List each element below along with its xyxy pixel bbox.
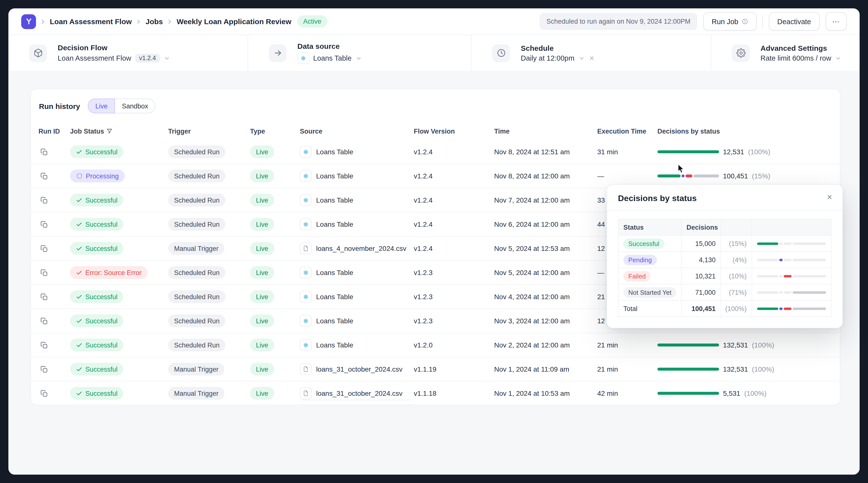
trigger-cell: Scheduled Run xyxy=(168,339,250,351)
flow-version-cell: v1.2.4 xyxy=(414,245,494,252)
decisions-percent: (100%) xyxy=(744,389,766,397)
popup-decisions-value: 15,000 xyxy=(681,235,720,251)
chevron-down-icon[interactable] xyxy=(579,55,585,61)
decisions-bar[interactable] xyxy=(657,150,719,153)
copy-run-id-icon[interactable] xyxy=(38,293,70,300)
file-icon xyxy=(303,246,309,251)
popup-bar-cell xyxy=(752,301,831,316)
table-row[interactable]: SuccessfulScheduled RunLive❄Loans Tablev… xyxy=(31,333,840,357)
column-header-job-status[interactable]: Job Status xyxy=(70,127,168,135)
card-title: Decision Flow xyxy=(58,43,170,52)
popup-decisions-bar xyxy=(757,291,826,293)
job-status-badge: Successful xyxy=(70,290,124,303)
clock-icon xyxy=(492,44,510,62)
type-cell: Live xyxy=(250,242,300,255)
trigger-cell: Scheduled Run xyxy=(168,218,250,231)
decisions-bar[interactable] xyxy=(657,174,719,178)
popup-status-badge: Failed xyxy=(623,271,651,281)
table-row[interactable]: SuccessfulScheduled RunLive❄Loans Tablev… xyxy=(31,140,840,164)
breadcrumb-flow[interactable]: Loan Assessment Flow xyxy=(50,17,132,26)
source-name: Loans Table xyxy=(316,341,353,349)
schedule-card[interactable]: Schedule Daily at 12:00pm xyxy=(471,35,711,71)
top-bar: Loan Assessment Flow Jobs Weekly Loan Ap… xyxy=(8,8,860,35)
copy-run-id-icon[interactable] xyxy=(38,148,70,156)
close-icon[interactable]: ✕ xyxy=(827,193,833,201)
column-header-time[interactable]: Time xyxy=(494,127,597,135)
decision-flow-card[interactable]: Decision Flow Loan Assessment Flow v1.2.… xyxy=(8,35,248,71)
decisions-bar[interactable] xyxy=(657,368,719,371)
type-badge: Live xyxy=(250,290,274,303)
table-row[interactable]: SuccessfulManual TriggerLiveloans_31_oct… xyxy=(31,381,840,405)
more-actions-button[interactable]: ⋯ xyxy=(825,12,847,31)
flow-version-cell: v1.2.4 xyxy=(414,220,494,228)
execution-time-cell: — xyxy=(597,172,657,180)
copy-run-id-icon[interactable] xyxy=(38,341,70,349)
chevron-down-icon[interactable] xyxy=(355,55,362,61)
source-name: Loans Table xyxy=(316,268,353,277)
snowflake-icon: ❄ xyxy=(300,146,312,158)
active-status-badge: Active xyxy=(297,15,327,28)
job-status-cell: Successful xyxy=(70,218,168,231)
chevron-down-icon[interactable] xyxy=(835,55,842,61)
job-status-label: Successful xyxy=(85,245,118,252)
run-history-title: Run history xyxy=(39,102,80,110)
remove-schedule-icon[interactable] xyxy=(589,55,595,61)
table-row[interactable]: SuccessfulManual TriggerLiveloans_31_oct… xyxy=(31,357,840,381)
column-header-flow-version[interactable]: Flow Version xyxy=(414,127,494,135)
column-header-trigger[interactable]: Trigger xyxy=(168,127,250,135)
decisions-percent: (100%) xyxy=(752,365,774,373)
type-cell: Live xyxy=(250,339,300,351)
type-badge: Live xyxy=(250,363,274,376)
popup-status-badge: Successful xyxy=(623,238,664,249)
decisions-value: 12,531 xyxy=(723,148,744,156)
filter-icon[interactable] xyxy=(106,128,113,134)
popup-column-percent xyxy=(720,219,752,235)
copy-run-id-icon[interactable] xyxy=(38,365,70,373)
app-logo-icon[interactable] xyxy=(21,14,36,29)
copy-run-id-icon[interactable] xyxy=(38,390,70,397)
column-header-run-id[interactable]: Run ID xyxy=(38,127,70,135)
type-cell: Live xyxy=(250,146,300,158)
decisions-cell: 132,531(100%) xyxy=(657,341,833,349)
chevron-down-icon[interactable] xyxy=(164,55,170,61)
trigger-badge: Scheduled Run xyxy=(168,315,226,327)
copy-run-id-icon[interactable] xyxy=(38,172,70,180)
source-name: loans_4_november_2024.csv xyxy=(316,245,406,252)
type-cell: Live xyxy=(250,194,300,206)
type-cell: Live xyxy=(250,218,300,231)
column-header-execution-time[interactable]: Execution Time xyxy=(597,127,657,135)
run-id-cell xyxy=(38,341,70,349)
decisions-bar[interactable] xyxy=(657,392,719,395)
popup-decisions-bar xyxy=(757,258,826,261)
popup-status-cell: Failed xyxy=(618,268,681,284)
time-cell: Nov 7, 2024 at 12:00 am xyxy=(494,196,597,204)
copy-run-id-icon[interactable] xyxy=(38,245,70,252)
trigger-badge: Manual Trigger xyxy=(168,387,224,400)
copy-run-id-icon[interactable] xyxy=(38,269,70,276)
popup-bar-cell xyxy=(752,235,831,251)
source-name: loans_31_october_2024.csv xyxy=(316,365,402,373)
copy-run-id-icon[interactable] xyxy=(38,221,70,228)
tab-sandbox[interactable]: Sandbox xyxy=(115,99,156,114)
execution-time-cell: 21 min xyxy=(597,341,657,349)
column-header-type[interactable]: Type xyxy=(250,127,300,135)
column-header-source[interactable]: Source xyxy=(300,127,414,135)
data-source-card[interactable]: Data source ❄ Loans Table xyxy=(248,35,471,71)
copy-run-id-icon[interactable] xyxy=(38,317,70,325)
breadcrumb-jobs[interactable]: Jobs xyxy=(146,17,163,26)
advanced-settings-card[interactable]: Advanced Settings Rate limit 600ms / row xyxy=(711,35,860,71)
info-icon xyxy=(742,18,748,25)
column-header-decisions-by-status[interactable]: Decisions by status xyxy=(657,127,833,135)
run-id-cell xyxy=(38,148,70,156)
decision-flow-name: Loan Assessment Flow xyxy=(58,54,131,62)
run-job-button[interactable]: Run Job xyxy=(703,12,756,31)
popup-status-cell: Successful xyxy=(618,235,681,251)
copy-run-id-icon[interactable] xyxy=(38,196,70,204)
tab-live[interactable]: Live xyxy=(88,99,115,114)
time-cell: Nov 1, 2024 at 10:53 am xyxy=(494,389,597,397)
column-label: Time xyxy=(494,127,510,135)
column-label: Run ID xyxy=(38,127,60,135)
deactivate-button[interactable]: Deactivate xyxy=(769,12,819,31)
check-icon xyxy=(76,149,82,155)
decisions-bar[interactable] xyxy=(657,344,719,347)
